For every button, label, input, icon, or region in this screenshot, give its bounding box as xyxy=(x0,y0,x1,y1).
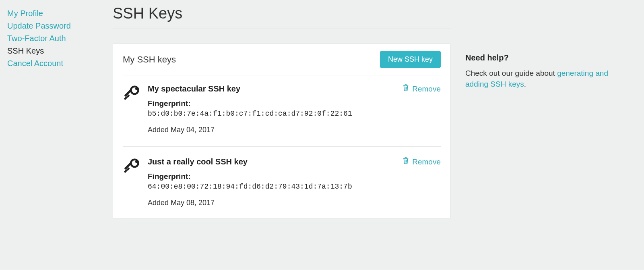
svg-point-0 xyxy=(131,87,138,94)
added-date: Added May 04, 2017 xyxy=(148,126,441,134)
new-ssh-key-button[interactable]: New SSH key xyxy=(380,51,441,68)
remove-label: Remove xyxy=(412,158,441,166)
help-text: Check out our guide about generating and… xyxy=(465,68,624,89)
svg-point-1 xyxy=(135,87,138,90)
sidebar-item-ssh-keys: SSH Keys xyxy=(7,45,113,57)
fingerprint-label: Fingerprint: xyxy=(148,172,441,181)
sidebar-item-cancel-account[interactable]: Cancel Account xyxy=(7,57,113,70)
key-divider xyxy=(123,146,441,147)
help-sidebar: Need help? Check out our guide about gen… xyxy=(451,0,624,219)
panel-title: My SSH keys xyxy=(123,54,176,65)
main-content: SSH Keys My SSH keys New SSH key xyxy=(113,0,451,219)
key-icon xyxy=(123,84,140,134)
trash-icon xyxy=(402,157,409,166)
fingerprint-label: Fingerprint: xyxy=(148,99,441,108)
sidebar-item-update-password[interactable]: Update Password xyxy=(7,20,113,32)
sidebar-item-two-factor-auth[interactable]: Two-Factor Auth xyxy=(7,32,113,45)
ssh-key-row: Just a really cool SSH key Remove xyxy=(123,157,441,207)
remove-ssh-key-link[interactable]: Remove xyxy=(402,157,441,166)
added-date: Added May 08, 2017 xyxy=(148,199,441,207)
trash-icon xyxy=(402,84,409,93)
ssh-key-name: Just a really cool SSH key xyxy=(148,157,248,166)
ssh-keys-panel: My SSH keys New SSH key My specta xyxy=(113,44,451,219)
ssh-key-name: My spectacular SSH key xyxy=(148,84,240,93)
fingerprint-value: b5:d0:b0:7e:4a:f1:b0:c7:f1:cd:ca:d7:92:0… xyxy=(148,110,441,118)
panel-header: My SSH keys New SSH key xyxy=(123,51,441,75)
ssh-key-row: My spectacular SSH key Remove xyxy=(123,84,441,134)
sidebar-item-my-profile[interactable]: My Profile xyxy=(7,7,113,20)
title-divider xyxy=(113,29,451,29)
svg-point-6 xyxy=(135,160,138,163)
remove-label: Remove xyxy=(412,85,441,93)
help-title: Need help? xyxy=(465,53,624,62)
sidebar: My Profile Update Password Two-Factor Au… xyxy=(0,0,113,219)
svg-point-5 xyxy=(131,160,138,167)
key-icon xyxy=(123,157,140,207)
remove-ssh-key-link[interactable]: Remove xyxy=(402,84,441,93)
fingerprint-value: 64:00:e8:00:72:18:94:fd:d6:d2:79:43:1d:7… xyxy=(148,183,441,191)
page-title: SSH Keys xyxy=(113,5,451,22)
